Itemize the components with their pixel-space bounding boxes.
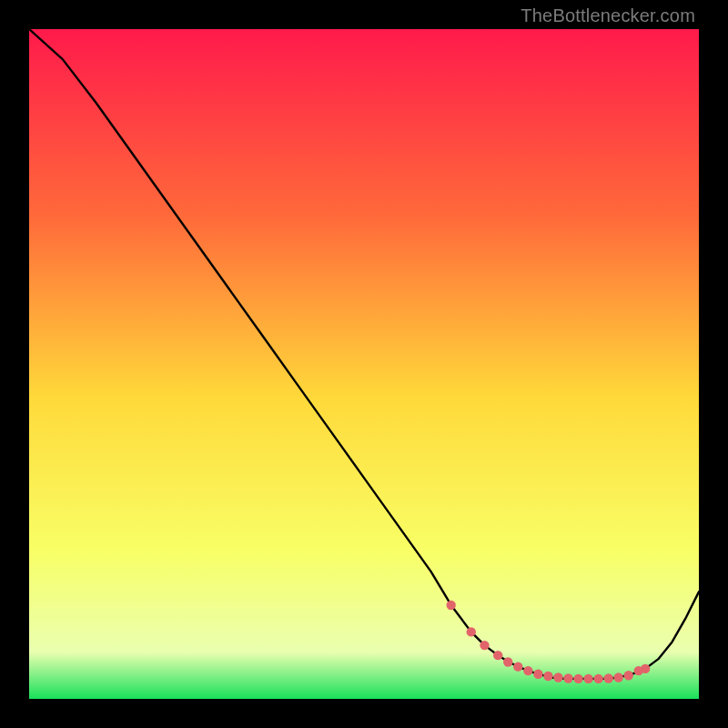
marker-point — [513, 662, 522, 671]
gradient-background — [29, 29, 699, 699]
marker-point — [613, 672, 622, 682]
marker-point — [553, 672, 562, 682]
marker-point — [563, 673, 572, 682]
marker-point — [593, 674, 602, 683]
marker-point — [543, 672, 552, 681]
bottleneck-chart — [29, 29, 699, 699]
attribution-text: TheBottlenecker.com — [521, 5, 695, 26]
marker-point — [624, 671, 633, 680]
marker-point — [603, 673, 612, 682]
marker-point — [503, 657, 512, 666]
marker-point — [467, 627, 476, 636]
plot-frame — [29, 29, 699, 699]
marker-point — [641, 664, 650, 673]
marker-point — [493, 651, 502, 660]
marker-point — [583, 674, 592, 683]
marker-point — [573, 674, 582, 683]
marker-point — [533, 670, 542, 679]
marker-point — [480, 641, 489, 650]
marker-point — [523, 666, 532, 675]
marker-point — [446, 601, 455, 610]
